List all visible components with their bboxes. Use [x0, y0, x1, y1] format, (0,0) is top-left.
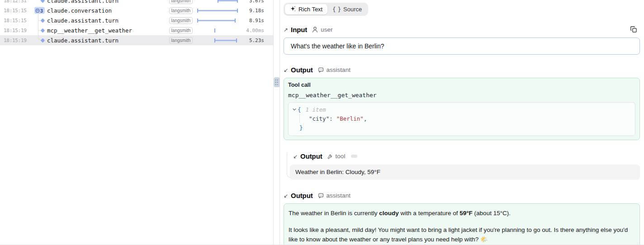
span-name: claude.assistant.turn	[47, 37, 169, 44]
bar-end-cap	[236, 38, 237, 42]
input-message-text: What's the weather like in Berlin?	[291, 42, 384, 50]
collapse-badge[interactable]: 3	[34, 7, 45, 14]
duration-bar	[197, 10, 238, 11]
input-header: ↗ Input user	[284, 26, 640, 33]
json-key: "city"	[309, 115, 329, 122]
sparkle-icon	[290, 6, 296, 13]
wrench-icon	[327, 153, 333, 160]
braces-icon: { }	[332, 6, 341, 13]
final-output-label: Output	[291, 192, 313, 199]
span-timestamp: 18:15:15	[4, 18, 28, 24]
span-timestamp: 18:15:15	[4, 8, 28, 14]
langsmith-trace-view: 18:12:31claude.assistant.turnlangsmith3.…	[0, 0, 644, 245]
waterfall-bar-cell	[197, 15, 238, 25]
trace-row[interactable]: 18:15:19claude.assistant.turnlangsmith5.…	[0, 35, 273, 45]
json-close-line: }	[289, 123, 635, 132]
final-role-label: assistant	[327, 192, 350, 199]
span-diamond-icon	[41, 18, 45, 23]
trace-row[interactable]: 18:15:19mcp__weather__get_weatherlangsmi…	[0, 25, 273, 35]
tree-connector	[28, 25, 47, 35]
bar-start-cap	[214, 38, 215, 42]
span-duration: 9.18s	[238, 8, 264, 14]
chevron-down-icon[interactable]	[292, 107, 298, 112]
text-run: The weather in Berlin is currently	[289, 210, 379, 217]
bold-text: 59°F	[459, 210, 473, 217]
tool-output-label: Output	[300, 152, 322, 160]
bar-end-cap	[237, 9, 238, 13]
bar-start-cap	[197, 9, 198, 13]
tool-result-message: Weather in Berlin: Cloudy, 59°F	[290, 165, 640, 180]
waterfall-bar-cell	[197, 25, 238, 35]
input-message: What's the weather like in Berlin?	[284, 38, 640, 55]
output-role: assistant	[317, 66, 350, 73]
input-arrow-icon: ↗	[284, 27, 288, 33]
copy-button[interactable]	[629, 25, 639, 35]
text-run: with a temperature of	[399, 210, 459, 217]
input-label: Input	[291, 26, 307, 33]
span-duration: 8.91s	[238, 18, 264, 24]
child-count: 3	[40, 8, 43, 13]
output-arrow-icon: ↙	[284, 193, 288, 198]
trace-row[interactable]: 18:12:31claude.assistant.turnlangsmith3.…	[0, 0, 273, 5]
tab-rich-text[interactable]: Rich Text	[285, 4, 327, 14]
span-name: claude.assistant.turn	[47, 17, 169, 24]
tool-role-label: tool	[336, 153, 346, 160]
tool-output-section: ↙ Output tool Weather in Berlin: Cloudy,…	[284, 152, 640, 180]
langsmith-badge: langsmith	[169, 37, 193, 44]
output-assistant-header: ↙ Output assistant	[284, 66, 640, 74]
span-duration: 5.23s	[238, 38, 264, 43]
span-diamond-icon	[41, 0, 45, 3]
trace-tree-panel: 18:12:31claude.assistant.turnlangsmith3.…	[0, 0, 274, 245]
trace-row[interactable]: 18:15:153claude.conversationlangsmith9.1…	[0, 5, 273, 15]
bar-end-cap	[235, 19, 236, 23]
input-role: user	[312, 26, 332, 33]
langsmith-badge: langsmith	[169, 7, 193, 14]
tree-connector	[28, 15, 47, 25]
json-open-brace: {	[298, 106, 301, 113]
output-role-label: assistant	[327, 66, 350, 73]
duration-bar	[214, 40, 237, 41]
view-mode-tabs: Rich Text { } Source	[284, 3, 368, 16]
output-arrow-icon: ↙	[284, 67, 288, 73]
json-close-brace: }	[299, 124, 303, 131]
langsmith-badge: langsmith	[169, 27, 193, 34]
waterfall-bar-cell	[197, 0, 238, 5]
duration-tick	[214, 28, 215, 33]
tab-source[interactable]: { } Source	[327, 4, 367, 14]
span-diamond-icon	[41, 28, 45, 33]
tool-role: tool	[327, 153, 358, 160]
tree-connector	[28, 0, 47, 5]
span-name: mcp__weather__get_weather	[47, 27, 169, 34]
assistant-message-card: The weather in Berlin is currently cloud…	[284, 203, 640, 245]
duration-bar	[218, 0, 238, 1]
tab-rich-text-label: Rich Text	[298, 6, 322, 13]
copy-icon	[630, 26, 637, 34]
panel-divider	[274, 0, 280, 245]
tool-output-header: ↙ Output tool	[293, 152, 640, 160]
output-label: Output	[291, 66, 313, 74]
text-run: It looks like a pleasant, mild day! You …	[289, 226, 628, 243]
assistant-paragraph: It looks like a pleasant, mild day! You …	[289, 225, 635, 244]
waterfall-bar-cell	[197, 5, 238, 15]
bar-end-cap	[237, 0, 238, 3]
output-arrow-icon: ↙	[293, 154, 298, 159]
run-detail-panel: Rich Text { } Source ↗ Input	[280, 0, 644, 245]
tool-call-name: mcp__weather__get_weather	[288, 92, 635, 99]
span-duration: 4.00ms	[238, 28, 264, 33]
langsmith-badge: langsmith	[169, 17, 193, 24]
collapse-minus-icon	[36, 9, 39, 12]
panel-resize-handle[interactable]	[274, 77, 279, 87]
langsmith-badge: langsmith	[169, 0, 193, 4]
json-value: "Berlin"	[336, 115, 364, 122]
trace-row[interactable]: 18:15:15claude.assistant.turnlangsmith8.…	[0, 15, 273, 25]
trace-row-list: 18:12:31claude.assistant.turnlangsmith3.…	[0, 0, 273, 45]
json-indent-guide	[299, 114, 300, 123]
tool-call-card: Tool call mcp__weather__get_weather { 1 …	[284, 78, 640, 140]
collapsed-indicator[interactable]	[351, 155, 357, 158]
tool-result-text: Weather in Berlin: Cloudy, 59°F	[295, 169, 380, 175]
user-icon	[312, 26, 318, 33]
tool-connector-line	[287, 152, 291, 178]
span-timestamp: 18:15:19	[4, 38, 28, 43]
assistant-icon	[317, 192, 324, 199]
assistant-paragraph: The weather in Berlin is currently cloud…	[289, 208, 635, 218]
